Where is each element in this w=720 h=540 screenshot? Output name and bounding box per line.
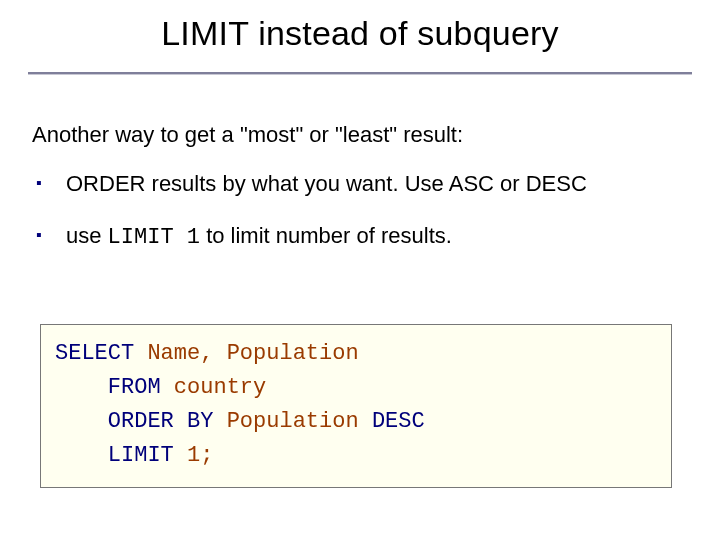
code-keyword: LIMIT	[108, 443, 174, 468]
bullet-text-prefix: use	[66, 223, 108, 248]
bullet-code: LIMIT 1	[108, 225, 200, 250]
bullet-text-suffix: to limit number of results.	[200, 223, 452, 248]
code-text: country	[161, 375, 267, 400]
bullet-list: ORDER results by what you want. Use ASC …	[32, 170, 680, 251]
content-area: Another way to get a "most" or "least" r…	[32, 122, 680, 275]
bullet-item: ORDER results by what you want. Use ASC …	[32, 170, 680, 198]
code-text: 1;	[174, 443, 214, 468]
code-block: SELECT Name, Population FROM country ORD…	[40, 324, 672, 488]
intro-text: Another way to get a "most" or "least" r…	[32, 122, 680, 148]
code-keyword: SELECT	[55, 341, 134, 366]
code-keyword: FROM	[108, 375, 161, 400]
code-keyword: DESC	[372, 409, 425, 434]
title-block: LIMIT instead of subquery	[0, 14, 720, 53]
title-underline-shadow	[28, 74, 692, 75]
slide: LIMIT instead of subquery Another way to…	[0, 0, 720, 540]
code-keyword: ORDER BY	[108, 409, 214, 434]
slide-title: LIMIT instead of subquery	[0, 14, 720, 53]
code-text: Name, Population	[134, 341, 358, 366]
bullet-text: ORDER results by what you want. Use ASC …	[66, 171, 587, 196]
bullet-item: use LIMIT 1 to limit number of results.	[32, 222, 680, 252]
code-text: Population	[213, 409, 371, 434]
